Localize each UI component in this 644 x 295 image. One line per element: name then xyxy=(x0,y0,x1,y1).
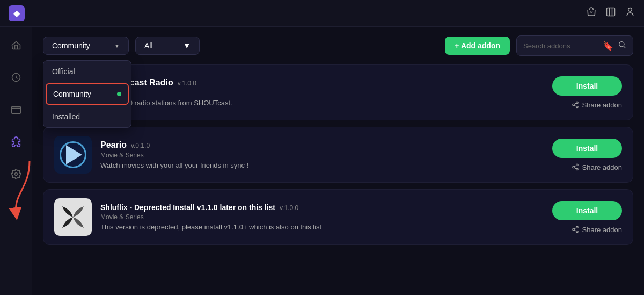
addon-card: 📻 SHOUTcast Radio v.1.0.0 Movie Listen 1… xyxy=(43,64,633,120)
addon-description: Watch movies with your all your friends … xyxy=(100,161,544,169)
addon-card: Shluflix - Deprected Install v1.1.0 late… xyxy=(43,189,633,245)
svg-rect-0 xyxy=(607,8,615,16)
svg-point-13 xyxy=(576,168,578,170)
svg-point-11 xyxy=(576,164,578,166)
addon-list: 📻 SHOUTcast Radio v.1.0.0 Movie Listen 1… xyxy=(43,64,633,245)
app-logo: ◆ xyxy=(9,5,25,21)
svg-point-12 xyxy=(572,166,574,168)
sidebar-item-addons[interactable] xyxy=(6,132,26,152)
puzzle-icon[interactable] xyxy=(586,6,597,20)
search-input[interactable] xyxy=(523,42,598,50)
source-dropdown[interactable]: Community ▼ xyxy=(43,37,129,55)
svg-point-10 xyxy=(576,106,578,108)
svg-point-5 xyxy=(619,42,624,47)
category-dropdown[interactable]: All ▼ xyxy=(135,37,200,55)
share-button[interactable]: Share addon xyxy=(572,163,622,171)
svg-point-16 xyxy=(576,231,578,233)
addon-version: v.0.1.0 xyxy=(131,142,150,149)
sidebar-item-settings[interactable] xyxy=(6,164,26,184)
svg-point-4 xyxy=(14,173,17,176)
active-indicator xyxy=(117,92,121,96)
dropdown-item-community[interactable]: Community xyxy=(46,83,129,105)
toolbar: Community ▼ Official Community Installed xyxy=(43,35,633,56)
search-bar[interactable]: 🔖 xyxy=(516,35,633,56)
bookmark-icon: 🔖 xyxy=(603,41,613,51)
sidebar-item-discover[interactable] xyxy=(6,68,26,87)
addon-actions: Install Share addon xyxy=(552,76,622,109)
addon-description: Listen 100 radio stations from SHOUTcast… xyxy=(100,99,544,107)
addon-info: Peario v.0.1.0 Movie & Series Watch movi… xyxy=(100,140,544,169)
svg-point-1 xyxy=(628,8,632,12)
addon-thumbnail xyxy=(54,136,92,174)
chevron-down-icon: ▼ xyxy=(183,41,191,50)
share-button[interactable]: Share addon xyxy=(572,226,622,234)
svg-point-14 xyxy=(576,226,578,228)
expand-icon[interactable] xyxy=(605,6,616,20)
share-button[interactable]: Share addon xyxy=(572,101,622,109)
topbar-icons xyxy=(586,6,635,20)
dropdown-item-installed[interactable]: Installed xyxy=(43,106,131,127)
search-icon[interactable] xyxy=(618,40,626,51)
addon-category: Movie & Series xyxy=(100,213,544,221)
chevron-down-icon: ▼ xyxy=(114,43,120,49)
svg-point-15 xyxy=(572,228,574,231)
addon-name: Shluflix - Deprected Install v1.1.0 late… xyxy=(100,203,275,212)
addon-actions: Install Share addon xyxy=(552,139,622,171)
svg-point-9 xyxy=(572,104,574,106)
install-button[interactable]: Install xyxy=(552,201,622,220)
addon-actions: Install Share addon xyxy=(552,201,622,234)
addon-description: This version is deprected, please instal… xyxy=(100,223,544,231)
addon-info: SHOUTcast Radio v.1.0.0 Movie Listen 100… xyxy=(100,78,544,107)
sidebar xyxy=(0,27,32,295)
install-button[interactable]: Install xyxy=(552,139,622,158)
dropdown-item-official[interactable]: Official xyxy=(43,61,131,82)
svg-rect-3 xyxy=(11,106,20,113)
main-content: Community ▼ Official Community Installed xyxy=(32,27,644,295)
addon-card: Peario v.0.1.0 Movie & Series Watch movi… xyxy=(43,127,633,183)
svg-point-8 xyxy=(576,102,578,104)
source-dropdown-menu: Official Community Installed xyxy=(43,60,131,128)
addon-info: Shluflix - Deprected Install v1.1.0 late… xyxy=(100,203,544,231)
addon-version: v.1.0.0 xyxy=(280,204,298,212)
addon-version: v.1.0.0 xyxy=(178,80,196,87)
sidebar-item-store[interactable] xyxy=(6,100,26,119)
sidebar-item-home[interactable] xyxy=(6,35,26,55)
user-icon[interactable] xyxy=(625,6,635,20)
addon-name: Peario xyxy=(100,140,127,150)
addon-thumbnail xyxy=(54,198,92,236)
add-addon-button[interactable]: + Add addon xyxy=(445,37,510,55)
addon-category: Movie xyxy=(100,89,544,97)
topbar: ◆ xyxy=(0,0,644,27)
install-button[interactable]: Install xyxy=(552,76,622,96)
addon-category: Movie & Series xyxy=(100,152,544,159)
